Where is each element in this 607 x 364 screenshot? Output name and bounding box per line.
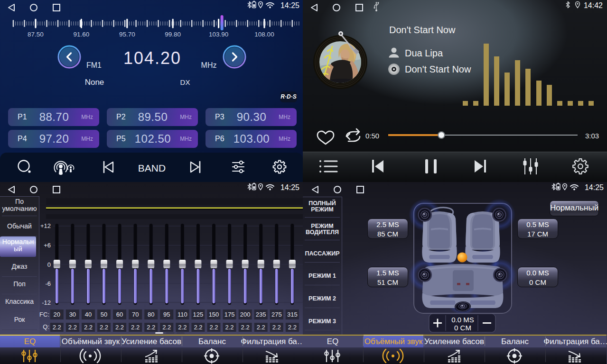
svg-text:Объёмный звук: Объёмный звук: [364, 337, 423, 346]
svg-text:2.2: 2.2: [162, 324, 171, 331]
svg-text:2.2: 2.2: [178, 324, 187, 331]
svg-text:91.60: 91.60: [74, 31, 90, 38]
svg-text:125: 125: [193, 311, 204, 318]
svg-text:103.90: 103.90: [209, 31, 228, 38]
svg-text:108.00: 108.00: [254, 31, 274, 38]
svg-text:2.2: 2.2: [68, 324, 77, 331]
svg-text:20: 20: [54, 311, 60, 318]
svg-text:95: 95: [163, 311, 170, 318]
svg-text:14:25: 14:25: [280, 1, 299, 9]
svg-text:0.0 MS: 0.0 MS: [451, 316, 474, 324]
svg-text:175: 175: [224, 311, 235, 318]
svg-text:87.50: 87.50: [28, 31, 44, 38]
svg-text:2.2: 2.2: [241, 324, 250, 331]
svg-text:235: 235: [256, 311, 266, 318]
svg-text:2.2: 2.2: [53, 324, 61, 331]
svg-text:Фильтрация ба…: Фильтрация ба…: [543, 337, 607, 346]
svg-text:2.2: 2.2: [272, 324, 281, 331]
svg-text:Объёмный звук: Объёмный звук: [62, 337, 120, 346]
svg-text:110: 110: [177, 311, 187, 318]
svg-text:Баланс: Баланс: [501, 337, 529, 346]
svg-text:50: 50: [101, 311, 107, 318]
svg-text:2.2: 2.2: [147, 324, 155, 331]
svg-text:95.70: 95.70: [119, 31, 135, 38]
svg-text:+6: +6: [44, 242, 51, 249]
svg-text:60: 60: [116, 311, 123, 318]
svg-text:Q:: Q:: [43, 323, 49, 330]
svg-text:2.2: 2.2: [257, 324, 265, 331]
svg-text:Баланс: Баланс: [198, 337, 226, 346]
svg-text:150: 150: [209, 311, 219, 318]
svg-text:EQ: EQ: [327, 337, 339, 346]
svg-text:275: 275: [271, 311, 282, 318]
svg-text:-6: -6: [45, 280, 51, 287]
svg-text:200: 200: [240, 311, 251, 318]
svg-text:FC:: FC:: [39, 311, 49, 318]
svg-text:14:25: 14:25: [280, 183, 299, 191]
svg-text:+12: +12: [40, 222, 51, 229]
svg-text:2.2: 2.2: [84, 324, 93, 331]
svg-text:2.2: 2.2: [194, 324, 202, 331]
svg-text:0: 0: [47, 261, 51, 268]
svg-text:Усиление басов: Усиление басов: [121, 337, 181, 346]
svg-text:EQ: EQ: [24, 337, 36, 346]
svg-text:315: 315: [287, 311, 298, 318]
svg-text:2.2: 2.2: [288, 324, 297, 331]
svg-text:-12: -12: [42, 299, 51, 306]
svg-text:70: 70: [132, 311, 139, 318]
svg-text:2.2: 2.2: [209, 324, 218, 331]
svg-text:30: 30: [69, 311, 76, 318]
svg-text:Усиление басов: Усиление басов: [424, 337, 484, 346]
svg-text:2.2: 2.2: [225, 324, 234, 331]
svg-text:2.2: 2.2: [115, 324, 124, 331]
svg-text:Фильтрация ба…: Фильтрация ба…: [241, 337, 303, 346]
svg-text:99.80: 99.80: [165, 31, 181, 38]
svg-text:80: 80: [148, 311, 154, 318]
svg-text:14:42: 14:42: [584, 1, 603, 9]
svg-text:40: 40: [85, 311, 92, 318]
svg-text:2.2: 2.2: [100, 324, 108, 331]
svg-text:2.2: 2.2: [131, 324, 140, 331]
svg-text:0 CM: 0 CM: [454, 324, 471, 332]
svg-text:14:25: 14:25: [585, 183, 604, 191]
